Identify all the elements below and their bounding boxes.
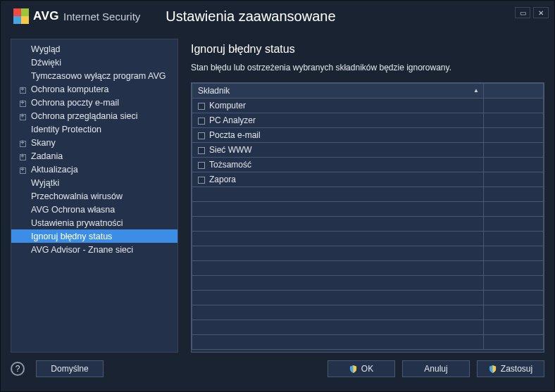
component-label: Sieć WWW bbox=[209, 145, 252, 155]
content-area: WyglądDźwiękiTymczasowo wyłącz program A… bbox=[1, 32, 554, 353]
avg-logo-icon bbox=[13, 8, 29, 24]
sidebar-item-11[interactable]: Przechowalnia wirusów bbox=[11, 189, 177, 203]
sidebar-item-3[interactable]: Ochrona komputera bbox=[11, 82, 177, 96]
sidebar-item-0[interactable]: Wygląd bbox=[11, 42, 177, 56]
app-logo: AVG Internet Security bbox=[13, 8, 140, 24]
page-title: Ustawienia zaawansowane bbox=[166, 8, 335, 25]
ok-button-label: OK bbox=[361, 364, 373, 374]
minimize-button[interactable]: ▭ bbox=[515, 7, 530, 18]
checkbox[interactable] bbox=[198, 147, 205, 154]
close-button[interactable]: ✕ bbox=[533, 7, 549, 18]
sidebar-item-15[interactable]: AVG Advisor - Znane sieci bbox=[11, 243, 177, 256]
cancel-button[interactable]: Anuluj bbox=[402, 360, 470, 377]
checkbox[interactable] bbox=[198, 177, 205, 184]
sidebar-item-12[interactable]: AVG Ochrona własna bbox=[11, 203, 177, 216]
sidebar-item-1[interactable]: Dźwięki bbox=[11, 56, 177, 69]
checkbox[interactable] bbox=[198, 132, 205, 139]
table-row[interactable]: PC Analyzer bbox=[192, 113, 544, 128]
panel-description: Stan błędu lub ostrzeżenia wybranych skł… bbox=[191, 63, 544, 72]
product-name: Internet Security bbox=[63, 11, 140, 23]
apply-button[interactable]: Zastosuj bbox=[477, 360, 544, 377]
table-row bbox=[192, 246, 544, 261]
footer-bar: ? Domyślne OK Anuluj Zastosuj bbox=[1, 353, 554, 385]
sidebar-item-9[interactable]: Aktualizacja bbox=[11, 163, 177, 176]
apply-button-label: Zastosuj bbox=[501, 364, 532, 374]
table-row[interactable]: Tożsamość bbox=[192, 158, 544, 172]
checkbox[interactable] bbox=[198, 118, 205, 125]
table-row[interactable]: Sieć WWW bbox=[192, 143, 544, 158]
sidebar-item-2[interactable]: Tymczasowo wyłącz program AVG bbox=[11, 69, 177, 82]
table-row[interactable]: Poczta e-mail bbox=[192, 128, 544, 143]
components-table: Składnik KomputerPC AnalyzerPoczta e-mai… bbox=[191, 82, 544, 353]
table-row bbox=[192, 261, 544, 276]
cancel-button-label: Anuluj bbox=[424, 364, 447, 374]
table-row[interactable]: Zapora bbox=[192, 172, 544, 187]
panel-title: Ignoruj błędny status bbox=[191, 43, 544, 56]
ok-button[interactable]: OK bbox=[328, 360, 395, 377]
table-row bbox=[192, 320, 544, 335]
table-row bbox=[192, 335, 544, 350]
sidebar-item-14[interactable]: Ignoruj błędny status bbox=[11, 229, 177, 243]
column-header-component[interactable]: Składnik bbox=[192, 84, 484, 99]
brand-name: AVG bbox=[33, 9, 59, 23]
defaults-button[interactable]: Domyślne bbox=[36, 360, 104, 377]
checkbox[interactable] bbox=[198, 162, 205, 169]
help-icon[interactable]: ? bbox=[11, 362, 25, 376]
sidebar-item-7[interactable]: Skany bbox=[11, 136, 177, 149]
component-label: Tożsamość bbox=[209, 160, 251, 170]
checkbox[interactable] bbox=[198, 103, 205, 110]
sidebar-item-8[interactable]: Zadania bbox=[11, 149, 177, 163]
window-controls: ▭ ✕ bbox=[515, 7, 549, 18]
sidebar-item-13[interactable]: Ustawienia prywatności bbox=[11, 216, 177, 229]
column-header-empty[interactable] bbox=[484, 84, 544, 99]
table-row bbox=[192, 202, 544, 217]
table-row[interactable]: Komputer bbox=[192, 99, 544, 113]
sidebar-item-4[interactable]: Ochrona poczty e-mail bbox=[11, 96, 177, 109]
table-row bbox=[192, 217, 544, 232]
sidebar-item-6[interactable]: Identity Protection bbox=[11, 122, 177, 136]
title-bar: AVG Internet Security Ustawienia zaawans… bbox=[1, 1, 554, 32]
settings-sidebar[interactable]: WyglądDźwiękiTymczasowo wyłącz program A… bbox=[11, 39, 178, 353]
main-panel: Ignoruj błędny status Stan błędu lub ost… bbox=[178, 39, 544, 353]
sidebar-item-10[interactable]: Wyjątki bbox=[11, 176, 177, 189]
table-row bbox=[192, 291, 544, 305]
shield-icon bbox=[349, 365, 357, 373]
sidebar-item-5[interactable]: Ochrona przeglądania sieci bbox=[11, 109, 177, 122]
table-row bbox=[192, 232, 544, 246]
component-label: PC Analyzer bbox=[209, 115, 256, 125]
shield-icon bbox=[489, 365, 497, 373]
component-label: Komputer bbox=[209, 101, 246, 110]
component-label: Poczta e-mail bbox=[209, 130, 261, 140]
table-row bbox=[192, 276, 544, 291]
defaults-button-label: Domyślne bbox=[51, 364, 88, 374]
table-row bbox=[192, 305, 544, 320]
component-label: Zapora bbox=[209, 175, 236, 184]
table-row bbox=[192, 187, 544, 202]
